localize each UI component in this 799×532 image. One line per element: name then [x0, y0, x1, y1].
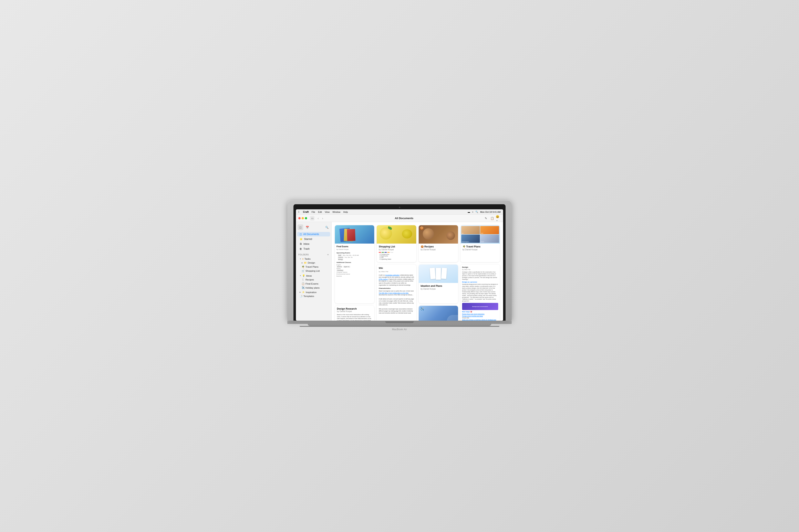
paper3 [441, 268, 447, 279]
next-steps-text: Review these most recent interactions Pr… [462, 313, 498, 321]
close-button[interactable] [298, 217, 301, 219]
folder-recipes-item[interactable]: 🍴 Recipes [297, 278, 330, 282]
battery-icon: ▬ [468, 211, 470, 213]
holiday-thumbnail: ✈️ [419, 306, 458, 321]
maximize-button[interactable] [305, 217, 307, 219]
doc-card-design[interactable]: Design by Viktor Pali A design is often … [461, 265, 500, 321]
folder-tasks: ▼ ≡ Tasks ▶ 📁 Design 🌴 [296, 256, 331, 273]
doc-card-ideation[interactable]: Ideation and Plans by Daniel Korpai [419, 265, 458, 303]
design-folder-icon: 📁 [304, 261, 307, 264]
recipes-title: 🍪 Recipes [421, 245, 456, 248]
tasks-chevron-icon: ▼ [300, 258, 301, 260]
wiki-characteristics-head: Characteristics [379, 287, 414, 290]
sidebar-trash-label: Trash [303, 247, 310, 250]
inspiration-chevron-icon: ▶ [300, 291, 301, 293]
app-body: ◫ 📅 🔍 ◫ All Documents ⭐ [296, 222, 503, 321]
sidebar-toggle-button[interactable]: ▭ [310, 216, 314, 221]
minimize-button[interactable] [302, 217, 304, 219]
folder-shopping-item[interactable]: 🛒 Shopping List [297, 269, 330, 273]
add-folder-button[interactable]: + [327, 253, 329, 256]
travel-folder-icon: 🌴 [302, 265, 304, 268]
copy-button[interactable]: 📋 [490, 216, 495, 221]
wiki-title: Wiki [379, 267, 414, 270]
shopping-list-author: by Daniel Korpai [379, 248, 414, 251]
doc-card-final-exams[interactable]: Final Exams by Daniel Korpai Upcoming Ex… [335, 225, 374, 303]
forward-button[interactable]: › [320, 216, 325, 220]
folder-shopping-label: Shopping List [305, 270, 320, 272]
ideas-folder-icon: 💡 [302, 274, 305, 277]
doc-card-recipes[interactable]: 🍪 🍪 Recipes by Daniel Korpai [419, 225, 458, 262]
menubar-edit[interactable]: Edit [318, 211, 322, 213]
final-exams-title: Final Exams [336, 245, 373, 248]
menubar-left:  Craft File Edit View Window Help [298, 210, 348, 213]
folder-finalexams-item[interactable]: 📋 Final Exams [297, 282, 330, 286]
ideation-thumbnail [419, 265, 458, 283]
france-cell: France [480, 234, 499, 243]
design-research-content: Design Research by Daniel Korpai Based o… [335, 306, 374, 321]
back-button[interactable]: ‹ [316, 216, 320, 220]
ideation-content: Ideation and Plans by Daniel Korpai [419, 283, 458, 303]
design-process-text: Substantial disagreement exists concerni… [462, 283, 498, 302]
sidebar: ◫ 📅 🔍 ◫ All Documents ⭐ [296, 222, 332, 321]
paper1 [429, 268, 435, 279]
doc-card-design-research[interactable]: Design Research by Daniel Korpai Based o… [335, 306, 374, 321]
menubar-help[interactable]: Help [343, 211, 348, 213]
folder-design-item[interactable]: ▶ 📁 Design [297, 261, 330, 265]
bg-custom-label: Background customization [472, 306, 488, 307]
doc-card-holiday-plans[interactable]: ✈️ Holiday plans [419, 306, 458, 321]
sidebar-item-inbox[interactable]: 🖺 Inbox [297, 242, 330, 246]
sidebar-inbox-label: Inbox [303, 243, 309, 245]
sidebar-item-all-documents[interactable]: ◫ All Documents [297, 232, 330, 236]
uk-cell: United Kingdom [461, 234, 480, 243]
search-icon-menu[interactable]: 🔍 [476, 211, 478, 213]
tasks-folder-icon: ≡ [302, 258, 303, 260]
screen-bezel:  Craft File Edit View Window Help ▬ ≈ 🔍… [294, 204, 505, 321]
notch-cutout [385, 321, 414, 323]
sidebar-item-starred[interactable]: ⭐ Starred [297, 237, 330, 241]
final-exams-content: Final Exams by Daniel Korpai Upcoming Ex… [335, 244, 374, 279]
menubar-window[interactable]: Window [332, 211, 340, 213]
design-doc-author: by Viktor Pali [462, 269, 498, 270]
menubar-app[interactable]: Craft [303, 211, 309, 213]
next-steps-head: Next steps 🎯 [462, 311, 498, 313]
nav-arrows: ‹ › [316, 216, 325, 220]
folder-tasks-item[interactable]: ▼ ≡ Tasks [297, 257, 330, 261]
trash-icon: 🗑 [300, 247, 302, 250]
sidebar-item-trash[interactable]: 🗑 Trash [297, 247, 330, 251]
folder-templates-item[interactable]: 📑 Templates [297, 294, 330, 298]
menubar-view[interactable]: View [325, 211, 330, 213]
folder-travel-item[interactable]: 🌴 Travel Plans [297, 265, 330, 269]
sidebar-docs-view-button[interactable]: ◫ [298, 224, 303, 230]
macbook-base [287, 321, 512, 324]
share-button[interactable]: 😃⌄ [496, 216, 501, 221]
new-doc-button[interactable]: ✎ [484, 216, 488, 221]
wiki-characteristics-text: Ward Cunningham and co-author Bo Leuf, i… [379, 290, 414, 314]
additional-classes-section: Additional Classes [336, 261, 373, 264]
menubar-file[interactable]: File [312, 211, 315, 213]
wiki-author: by Viktor Pali [379, 270, 414, 273]
apple-logo:  [298, 210, 299, 213]
sidebar-starred-label: Starred [304, 238, 312, 241]
folder-inspiration-item[interactable]: ▶ ✨ Inspiration [297, 290, 330, 294]
templates-folder-icon: 📑 [300, 295, 302, 298]
doc-card-shopping-list[interactable]: Shopping List by Daniel Korpai [377, 225, 416, 262]
folder-recipes-label: Recipes [305, 279, 314, 281]
sidebar-search-button[interactable]: 🔍 [324, 224, 330, 230]
folders-section-label: Folders + [296, 251, 331, 256]
folder-holiday-item[interactable]: ✈️ Holiday plans [297, 286, 330, 290]
sidebar-calendar-button[interactable]: 📅 [304, 224, 310, 230]
folder-travel-label: Travel Plans [305, 266, 318, 268]
folder-ideas-item[interactable]: ▼ 💡 Ideas [297, 274, 330, 278]
holiday-folder-icon: ✈️ [302, 286, 304, 289]
folder-design-label: Design [308, 262, 315, 264]
wiki-body: A wiki is a knowledge publication collab… [379, 274, 414, 286]
folder-ideas-label: Ideas [306, 274, 312, 277]
travel-row2: United Kingdom France [461, 234, 499, 243]
menubar-right: ▬ ≈ 🔍 Mon Oct 18 9:41 AM [468, 211, 501, 213]
sidebar-toolbar: ◫ 📅 🔍 [296, 224, 331, 232]
doc-card-travel-plans[interactable]: Italy Spain United Kingdom France [461, 225, 500, 262]
doc-card-wiki[interactable]: Wiki by Viktor Pali A wiki is a knowledg… [377, 265, 416, 321]
lemon2 [402, 229, 412, 239]
design-research-author: by Daniel Korpai [337, 310, 372, 312]
design-research-title: Design Research [337, 307, 372, 310]
